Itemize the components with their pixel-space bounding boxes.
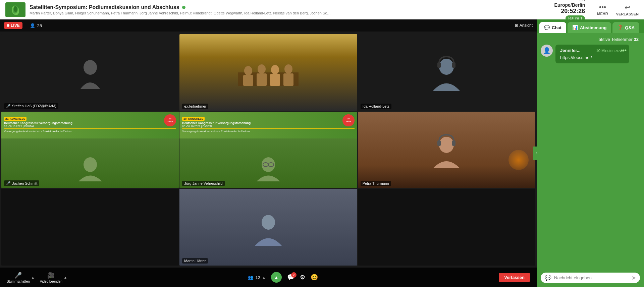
tab-abstimmung[interactable]: 📊 Abstimmung bbox=[568, 22, 611, 33]
congress-badge-5: 30Jahre bbox=[342, 114, 355, 126]
main-content: LIVE 👤 25 ⊞ Ansicht bbox=[0, 19, 644, 287]
person-silhouette-6 bbox=[431, 131, 462, 168]
logo-icon bbox=[9, 4, 21, 16]
view-label: Ansicht bbox=[520, 23, 533, 28]
chat-sender-0: Jennifer... bbox=[560, 48, 581, 53]
congress-year-badge: 20. KONGRESS bbox=[4, 117, 26, 121]
mic-icon-4: 🎤 bbox=[6, 181, 11, 185]
svg-point-8 bbox=[284, 64, 292, 74]
person-silhouette-8 bbox=[253, 209, 283, 246]
svg-rect-15 bbox=[452, 62, 455, 68]
video-label-6: Petra Thürmann bbox=[361, 181, 391, 186]
emoji-button[interactable]: 😊 bbox=[311, 274, 318, 281]
grid-icon: ⊞ bbox=[515, 23, 518, 28]
video-cell-3-inner bbox=[358, 34, 535, 111]
congress-banner-4: 20. KONGRESS Deutscher Kongress für Vers… bbox=[1, 112, 179, 138]
collapse-panel-button[interactable]: › bbox=[533, 147, 540, 160]
chevron-right-icon: › bbox=[536, 151, 537, 156]
top-actions: ••• MEHR ↩ VERLASSEN bbox=[597, 3, 639, 16]
video-cell-1-inner bbox=[1, 34, 179, 111]
chat-panel: aktive Teilnehmer 32 👤 Jennifer... 10 Mi… bbox=[537, 33, 644, 287]
congress-year-badge-5: 20. KONGRESS bbox=[182, 117, 205, 121]
tab-chat-label: Chat bbox=[552, 25, 561, 30]
verlassen-label: VERLASSEN bbox=[616, 12, 639, 16]
mute-label: Stummschalten bbox=[7, 280, 30, 283]
participant-count-value: 25 bbox=[37, 23, 42, 28]
panel-silhouette bbox=[235, 52, 302, 93]
qa-tab-icon: ❓ bbox=[617, 25, 623, 30]
live-badge: LIVE bbox=[4, 22, 22, 29]
end-button[interactable]: Verlassen bbox=[499, 273, 530, 282]
video-cell-2: ex.teilnehmer bbox=[179, 34, 357, 111]
person-silhouette-1 bbox=[77, 56, 104, 89]
participants-button[interactable]: 👥 12 ▲ bbox=[248, 275, 265, 280]
right-panel: 💬 Chat 📊 Abstimmung ❓ Q&A aktive Teilneh… bbox=[537, 19, 644, 287]
event-title-text: Satelliten-Symposium: Podiumsdiskussion … bbox=[30, 4, 179, 10]
avatar-initial-0: 👤 bbox=[543, 47, 550, 54]
location-value: Europe/Berlin bbox=[554, 2, 585, 8]
video-label-5: Jörg Janne Vehreschild bbox=[182, 181, 224, 186]
video-caret[interactable]: ▲ bbox=[64, 276, 67, 279]
settings-icon: ⚙ bbox=[300, 274, 305, 281]
svg-rect-9 bbox=[243, 75, 253, 86]
emoji-icon: 😊 bbox=[311, 274, 318, 281]
mute-control[interactable]: 🎤 Stummschalten ▲ bbox=[7, 272, 35, 283]
chat-message-0: 👤 Jennifer... 10 Minuten zuvor https://l… bbox=[541, 45, 640, 63]
chat-badge: 2 bbox=[291, 272, 297, 278]
svg-rect-10 bbox=[257, 73, 267, 86]
mute-caret[interactable]: ▲ bbox=[31, 276, 35, 279]
tab-qa[interactable]: ❓ Q&A bbox=[612, 22, 639, 33]
left-controls: 🎤 Stummschalten ▲ 🎥 Video beenden ▲ bbox=[7, 272, 67, 283]
participants-caret[interactable]: ▲ bbox=[262, 276, 266, 279]
chat-input[interactable] bbox=[554, 275, 629, 280]
video-header: LIVE 👤 25 ⊞ Ansicht bbox=[0, 19, 537, 32]
live-label: LIVE bbox=[11, 23, 20, 28]
video-control[interactable]: 🎥 Video beenden ▲ bbox=[40, 272, 67, 283]
camera-icon: 🎥 bbox=[47, 272, 55, 279]
view-button[interactable]: ⊞ Ansicht bbox=[515, 23, 533, 28]
chat-avatar-inner-0: 👤 bbox=[541, 45, 553, 57]
send-button[interactable]: ➤ bbox=[632, 275, 636, 281]
video-cell-4: 20. KONGRESS Deutscher Kongress für Vers… bbox=[1, 112, 179, 188]
video-cell-6: Petra Thürmann bbox=[358, 112, 535, 188]
share-button[interactable]: ▲ bbox=[271, 272, 282, 283]
mehr-button[interactable]: ••• MEHR bbox=[597, 3, 608, 16]
verlassen-button[interactable]: ↩ VERLASSEN bbox=[616, 3, 639, 16]
video-label-6-text: Petra Thürmann bbox=[363, 181, 389, 185]
verlassen-icon: ↩ bbox=[625, 3, 630, 11]
mehr-icon: ••• bbox=[599, 3, 606, 11]
tab-chat[interactable]: 💬 Chat bbox=[539, 22, 566, 33]
chat-time-0: 10 Minuten zuvor bbox=[596, 49, 625, 53]
mute-button[interactable]: 🎤 Stummschalten bbox=[7, 272, 30, 283]
location-label: Ort bbox=[554, 0, 585, 2]
video-label-1: 🎤 Steffen Heß (FDZ@BfArM) bbox=[4, 103, 58, 109]
chat-avatar-0: 👤 bbox=[541, 45, 553, 57]
video-cell-1: 🎤 Steffen Heß (FDZ@BfArM) bbox=[1, 34, 179, 111]
logo bbox=[5, 2, 25, 17]
active-participants-count: 32 bbox=[634, 37, 639, 42]
chat-bubble-dots-0[interactable]: ••• bbox=[621, 47, 627, 53]
video-label-8-text: Martin Härter bbox=[184, 259, 206, 263]
video-cell-5: 20. KONGRESS Deutscher Kongress für Vers… bbox=[179, 112, 357, 188]
right-controls: Verlassen bbox=[499, 273, 530, 282]
person-icon: 👤 bbox=[30, 23, 35, 28]
chat-input-area: 💬 ➤ bbox=[541, 273, 640, 283]
svg-point-5 bbox=[244, 66, 252, 75]
chat-text-0: https://leoss.net/ bbox=[560, 55, 625, 60]
years-text-5: 30Jahre bbox=[346, 118, 351, 122]
video-button[interactable]: 🎥 Video beenden bbox=[40, 272, 62, 283]
settings-button[interactable]: ⚙ bbox=[300, 274, 305, 281]
svg-rect-12 bbox=[283, 73, 293, 86]
svg-rect-22 bbox=[437, 140, 441, 146]
bottom-controls: 🎤 Stummschalten ▲ 🎥 Video beenden ▲ 👥 bbox=[0, 268, 537, 287]
svg-point-7 bbox=[271, 65, 279, 74]
live-dot bbox=[7, 24, 9, 27]
video-cell-7 bbox=[1, 189, 179, 266]
participant-count: 👤 25 bbox=[30, 23, 42, 28]
tab-qa-label: Q&A bbox=[625, 25, 635, 30]
chat-button[interactable]: 💬 2 bbox=[287, 274, 294, 281]
video-label-2-text: ex.teilnehmer bbox=[184, 104, 206, 108]
active-participants-label: aktive Teilnehmer bbox=[599, 37, 633, 42]
video-cell-8: Martin Härter bbox=[179, 189, 357, 266]
years-text: 30Jahre bbox=[167, 118, 173, 122]
